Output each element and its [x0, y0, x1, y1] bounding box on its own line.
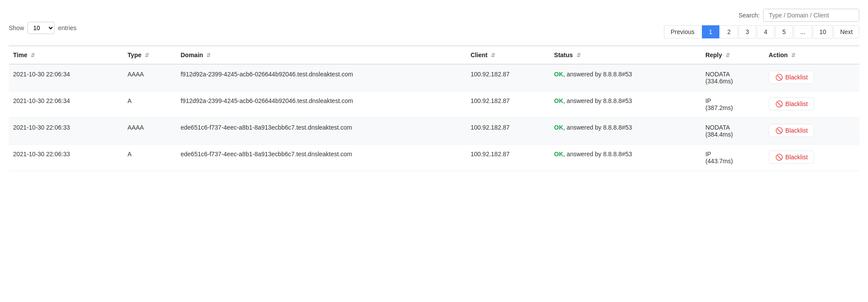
cell-type: A — [123, 144, 176, 171]
dns-table: Time ⇵ Type ⇵ Domain ⇵ Client ⇵ Status ⇵… — [9, 45, 859, 171]
sort-reply-icon[interactable]: ⇵ — [726, 52, 730, 58]
page-10-button[interactable]: 10 — [813, 25, 833, 38]
cell-type: AAAA — [123, 118, 176, 144]
page-3-button[interactable]: 3 — [739, 25, 756, 38]
table-row: 2021-10-30 22:06:34 AAAA f912d92a-2399-4… — [9, 64, 859, 91]
previous-button[interactable]: Previous — [664, 25, 701, 38]
cell-action: 🚫 Blacklist — [764, 118, 859, 144]
sort-client-icon[interactable]: ⇵ — [491, 52, 495, 58]
page-5-button[interactable]: 5 — [775, 25, 793, 38]
cell-domain: f912d92a-2399-4245-acb6-026644b92046.tes… — [176, 64, 466, 91]
cell-client: 100.92.182.87 — [466, 144, 550, 171]
col-reply: Reply ⇵ — [701, 46, 764, 64]
col-domain: Domain ⇵ — [176, 46, 466, 64]
cell-status: OK, answered by 8.8.8.8#53 — [550, 64, 701, 91]
show-entries-control: Show 10 25 50 100 entries — [9, 22, 76, 34]
cell-client: 100.92.182.87 — [466, 64, 550, 91]
cell-reply: IP(443.7ms) — [701, 144, 764, 171]
blacklist-button[interactable]: 🚫 Blacklist — [769, 124, 814, 137]
cell-action: 🚫 Blacklist — [764, 64, 859, 91]
pagination: Previous 1 2 3 4 5 ... 10 Next — [664, 25, 859, 38]
top-right-controls: Search: Previous 1 2 3 4 5 ... 10 Next — [664, 9, 859, 38]
table-body: 2021-10-30 22:06:34 AAAA f912d92a-2399-4… — [9, 64, 859, 171]
blacklist-icon: 🚫 — [775, 127, 783, 134]
blacklist-button[interactable]: 🚫 Blacklist — [769, 71, 814, 84]
cell-status: OK, answered by 8.8.8.8#53 — [550, 118, 701, 144]
cell-time: 2021-10-30 22:06:33 — [9, 118, 123, 144]
col-time: Time ⇵ — [9, 46, 123, 64]
cell-action: 🚫 Blacklist — [764, 144, 859, 171]
cell-status: OK, answered by 8.8.8.8#53 — [550, 91, 701, 118]
blacklist-icon: 🚫 — [775, 100, 783, 107]
blacklist-button[interactable]: 🚫 Blacklist — [769, 97, 814, 110]
sort-status-icon[interactable]: ⇵ — [576, 52, 581, 58]
cell-time: 2021-10-30 22:06:33 — [9, 144, 123, 171]
cell-client: 100.92.182.87 — [466, 91, 550, 118]
page-4-button[interactable]: 4 — [757, 25, 774, 38]
search-input[interactable] — [763, 9, 859, 22]
blacklist-icon: 🚫 — [775, 74, 783, 81]
status-ok-text: OK — [554, 71, 563, 78]
col-type: Type ⇵ — [123, 46, 176, 64]
cell-reply: NODATA(334.6ms) — [701, 64, 764, 91]
sort-type-icon[interactable]: ⇵ — [145, 52, 149, 58]
blacklist-icon: 🚫 — [775, 154, 783, 161]
blacklist-button[interactable]: 🚫 Blacklist — [769, 151, 814, 164]
status-ok-text: OK — [554, 151, 563, 158]
cell-reply: NODATA(384.4ms) — [701, 118, 764, 144]
table-header-row: Time ⇵ Type ⇵ Domain ⇵ Client ⇵ Status ⇵… — [9, 46, 859, 64]
cell-time: 2021-10-30 22:06:34 — [9, 91, 123, 118]
search-label: Search: — [739, 12, 760, 19]
show-label: Show — [9, 24, 24, 31]
status-ok-text: OK — [554, 124, 563, 131]
status-ok-text: OK — [554, 97, 563, 104]
cell-action: 🚫 Blacklist — [764, 91, 859, 118]
table-row: 2021-10-30 22:06:33 AAAA ede651c6-f737-4… — [9, 118, 859, 144]
col-status: Status ⇵ — [550, 46, 701, 64]
next-button[interactable]: Next — [833, 25, 859, 38]
search-bar: Search: — [739, 9, 859, 22]
page-ellipsis-button[interactable]: ... — [794, 25, 812, 38]
cell-reply: IP(387.2ms) — [701, 91, 764, 118]
cell-client: 100.92.182.87 — [466, 118, 550, 144]
sort-time-icon[interactable]: ⇵ — [31, 52, 35, 58]
col-client: Client ⇵ — [466, 46, 550, 64]
cell-type: AAAA — [123, 64, 176, 91]
table-row: 2021-10-30 22:06:33 A ede651c6-f737-4eec… — [9, 144, 859, 171]
table-row: 2021-10-30 22:06:34 A f912d92a-2399-4245… — [9, 91, 859, 118]
cell-type: A — [123, 91, 176, 118]
cell-status: OK, answered by 8.8.8.8#53 — [550, 144, 701, 171]
cell-domain: f912d92a-2399-4245-acb6-026644b92046.tes… — [176, 91, 466, 118]
cell-domain: ede651c6-f737-4eec-a8b1-8a913ecbb6c7.tes… — [176, 144, 466, 171]
cell-time: 2021-10-30 22:06:34 — [9, 64, 123, 91]
cell-domain: ede651c6-f737-4eec-a8b1-8a913ecbb6c7.tes… — [176, 118, 466, 144]
page-1-button[interactable]: 1 — [702, 25, 719, 38]
top-bar: Show 10 25 50 100 entries Search: Previo… — [9, 9, 859, 38]
col-action: Action ⇵ — [764, 46, 859, 64]
page-2-button[interactable]: 2 — [720, 25, 738, 38]
sort-action-icon[interactable]: ⇵ — [791, 52, 795, 58]
entries-select[interactable]: 10 25 50 100 — [28, 22, 55, 34]
sort-domain-icon[interactable]: ⇵ — [206, 52, 211, 58]
entries-label: entries — [58, 24, 76, 31]
